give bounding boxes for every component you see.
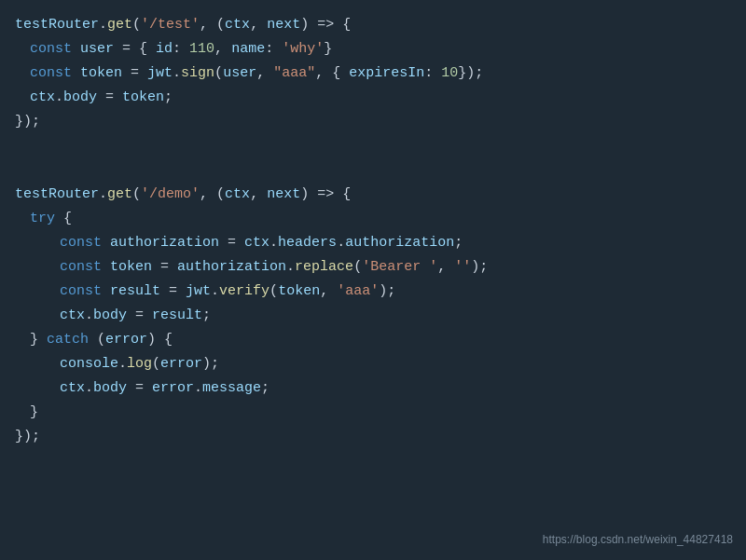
code-line: ctx.body = result; [0,304,746,328]
code-token: ctx [60,377,85,400]
code-token: jwt [147,62,173,85]
code-token: authorization [110,232,219,254]
code-token: ctx [60,305,85,327]
code-token: , [200,184,216,206]
code-token: . [286,256,295,279]
code-line: const result = jwt.verify(token, 'aaa'); [0,280,746,304]
code-token: token [80,62,122,85]
code-token: expiresIn [340,62,424,85]
code-token: : [424,62,441,85]
code-token: next [267,184,300,206]
code-token: = [122,62,147,85]
code-token: user [80,38,114,61]
code-token [102,256,110,279]
code-token: , { [315,62,340,85]
code-token: id [147,38,173,61]
code-token: next [267,14,300,36]
code-line: const token = authorization.replace('Bea… [0,255,746,280]
code-token: = [127,305,152,327]
code-line: }); [0,425,746,449]
code-token: 110 [189,38,214,61]
code-token: ( [216,184,225,206]
code-line: console.log(error); [0,352,746,376]
code-token: authorization [177,256,286,279]
code-token: = [219,232,244,254]
code-token: token [110,256,152,279]
code-token: , [437,256,454,279]
code-token [72,38,80,61]
watermark: https://blog.csdn.net/weixin_44827418 [543,531,733,549]
code-token: ; [202,305,211,327]
code-line: const token = jwt.sign(user, "aaa", { ex… [0,61,746,86]
code-token: ( [152,353,160,376]
code-token [72,62,80,85]
code-token: message [202,377,261,400]
code-token: . [99,14,107,36]
code-token: 10 [441,62,458,85]
code-token: { [55,208,72,230]
code-token: , [200,14,216,36]
code-token: get [107,14,132,36]
code-token: , [320,280,337,303]
code-line: const user = { id: 110, name: 'why'} [0,37,746,61]
code-token: . [269,232,278,254]
code-token: ctx [225,184,250,206]
code-token: . [85,305,93,327]
code-token: ); [379,280,395,303]
code-token: { [342,184,351,206]
code-line: ctx.body = token; [0,86,746,110]
code-token: . [173,62,181,85]
code-line: testRouter.get('/test', (ctx, next) => { [0,13,746,37]
code-token: : [265,38,282,61]
code-token: testRouter [15,184,99,206]
code-token: . [194,377,202,400]
code-token [102,280,110,303]
code-token: const [60,232,102,254]
code-token: = [152,256,177,279]
code-token: 'why' [282,38,324,61]
code-token: user [223,62,256,85]
code-token: error [105,329,147,351]
code-token: console [60,353,118,376]
code-token: , [250,184,267,206]
code-token: 'aaa' [337,280,379,303]
code-token: => [309,14,342,36]
code-token: ); [202,353,219,376]
code-token: }); [15,426,40,448]
code-token: authorization [345,232,454,254]
code-token: result [152,305,202,327]
code-token: . [118,353,127,376]
code-token: = [160,280,186,303]
code-token: token [278,280,320,303]
code-token: ( [269,280,278,303]
code-token: ( [353,256,362,279]
code-token: testRouter [15,14,99,36]
code-token: => [309,184,342,206]
code-token: = { [114,38,147,61]
code-token: '' [454,256,471,279]
code-token: : [173,38,189,61]
code-token: ( [89,329,105,351]
code-line [0,134,746,158]
code-token: ) { [147,329,173,351]
code-token: ( [132,14,141,36]
code-line: try { [0,207,746,231]
code-line: } catch (error) { [0,328,746,352]
code-token: const [30,62,72,85]
code-token: { [342,14,351,36]
code-line: } [0,401,746,425]
code-token: catch [47,329,89,351]
code-token: , [250,14,267,36]
code-token: }); [458,62,483,85]
code-token: sign [181,62,214,85]
code-token: token [122,87,164,109]
code-token: result [110,280,160,303]
code-token: '/demo' [141,184,200,206]
code-token: error [152,377,194,400]
code-token: . [337,232,345,254]
code-token: const [60,280,102,303]
code-token: const [30,38,72,61]
code-token: }); [15,111,40,133]
code-token: } [30,402,38,424]
code-token: , [256,62,273,85]
